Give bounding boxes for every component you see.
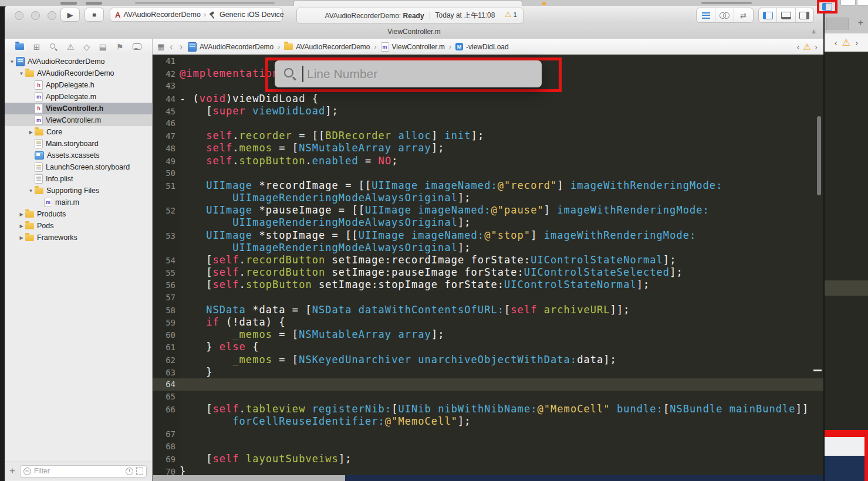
standard-editor-button[interactable]: [697, 8, 715, 22]
sidebar-item-info-plist[interactable]: Info.plist: [5, 173, 152, 185]
open-quickly-panel[interactable]: Line Number: [275, 60, 542, 87]
issue-navigator-icon[interactable]: ⚠: [67, 43, 75, 51]
breadcrumb-item[interactable]: AVAudioRecorderDemo: [188, 42, 273, 52]
line-number-input[interactable]: Line Number: [307, 60, 377, 87]
code-line[interactable]: 53 UIImage *stopImage = [[UIImage imageN…: [153, 229, 823, 242]
code-line[interactable]: 67: [153, 428, 823, 441]
sidebar-item-launchscreen-storyboard[interactable]: LaunchScreen.storyboard: [5, 161, 152, 173]
add-tab-button[interactable]: +: [811, 25, 816, 38]
breakpoint-navigator-icon[interactable]: ⚑: [116, 43, 124, 51]
code-line[interactable]: 49 self.stopButton.enabled = NO;: [153, 155, 823, 167]
code-line[interactable]: 55 [self.recordButton setImage:pauseImag…: [153, 266, 823, 279]
assistant-editor-button[interactable]: [715, 8, 734, 22]
code-line[interactable]: 47 self.recorder = [[BDRecorder alloc] i…: [153, 130, 823, 142]
next-issue-button[interactable]: ›: [815, 42, 818, 52]
breadcrumb-item[interactable]: M-viewDidLoad: [455, 43, 509, 51]
find-navigator-icon[interactable]: [49, 43, 58, 51]
code-text: [self.recordButton setImage:recordImage …: [180, 254, 676, 266]
recent-files-icon[interactable]: [126, 468, 133, 475]
minimize-window-button[interactable]: [31, 11, 40, 20]
code-editor[interactable]: 4142@implementation ViewController4344- …: [153, 55, 823, 481]
editor-vertical-scrollbar[interactable]: [817, 116, 821, 195]
breadcrumb-item[interactable]: mViewController.m: [381, 42, 445, 52]
code-line-current[interactable]: 64: [153, 378, 823, 391]
disclosure-triangle-icon[interactable]: ▶: [27, 130, 35, 135]
sidebar-item-main-storyboard[interactable]: Main.storyboard: [5, 138, 152, 150]
disclosure-triangle-icon[interactable]: ▶: [18, 212, 25, 217]
sidebar-item-supporting-files[interactable]: ▼Supporting Files: [5, 185, 152, 197]
code-line[interactable]: 62 _memos = [NSKeyedUnarchiver unarchive…: [153, 354, 823, 366]
sidebar-item-pods[interactable]: ▶Pods: [5, 220, 152, 232]
code-line[interactable]: 63 }: [153, 366, 823, 378]
sidebar-item-appdelegate-h[interactable]: hAppDelegate.h: [5, 79, 152, 91]
back-button[interactable]: ‹: [168, 42, 174, 52]
code-line[interactable]: 52 UIImage *pauseImage = [[UIImage image…: [153, 204, 823, 216]
code-line[interactable]: 44- (void)viewDidLoad {: [153, 93, 823, 105]
code-line[interactable]: UIImageRenderingModeAlwaysOriginal];: [153, 192, 823, 204]
disclosure-triangle-icon[interactable]: ▼: [27, 188, 35, 194]
forward-button[interactable]: ›: [178, 42, 184, 52]
sidebar-item-label: AppDelegate.m: [46, 93, 96, 101]
code-line[interactable]: 69 [self layoutSubveiws];: [153, 453, 823, 465]
zoom-window-button[interactable]: [48, 11, 56, 20]
code-line[interactable]: UIImageRenderingModeAlwaysOriginal];: [153, 242, 823, 254]
stop-button[interactable]: ■: [85, 8, 104, 22]
filter-field[interactable]: Filter: [20, 465, 147, 477]
code-line[interactable]: 65: [153, 391, 823, 403]
sidebar-item-core[interactable]: ▶Core: [5, 126, 152, 138]
scheme-selector[interactable]: A AVAudioRecorderDemo › Generic iOS Devi…: [110, 8, 283, 22]
sidebar-item-viewcontroller-m[interactable]: mViewController.m: [5, 114, 152, 126]
sidebar-item-viewcontroller-h[interactable]: hViewController.h: [5, 103, 152, 114]
code-line[interactable]: 50: [153, 167, 823, 179]
project-navigator-icon[interactable]: [15, 43, 24, 50]
code-line[interactable]: 46: [153, 117, 823, 130]
code-line[interactable]: UIImageRenderingModeAlwaysOriginal];: [153, 216, 823, 229]
code-line[interactable]: 51 UIImage *recordImage = [[UIImage imag…: [153, 179, 823, 192]
disclosure-triangle-icon[interactable]: ▼: [18, 71, 25, 76]
utilities-panel-button[interactable]: [795, 8, 813, 22]
debug-area-button[interactable]: [776, 8, 795, 22]
version-editor-button[interactable]: ⇄: [734, 8, 752, 22]
code-line[interactable]: 60 _memos = [NSMutableArray array];: [153, 328, 823, 341]
code-line[interactable]: 57: [153, 292, 823, 304]
scm-status-icon[interactable]: [136, 468, 143, 475]
code-line[interactable]: 68: [153, 441, 823, 453]
sidebar-item-appdelegate-m[interactable]: mAppDelegate.m: [5, 91, 152, 103]
sidebar-item-avaudiorecorderdemo[interactable]: ▼AVAudioRecorderDemo: [5, 67, 152, 79]
code-line[interactable]: forCellReuseIdentifier:@"MemoCell"];: [153, 415, 823, 428]
warning-badge[interactable]: ⚠ 1: [505, 11, 517, 18]
disclosure-triangle-icon[interactable]: ▶: [18, 223, 25, 229]
code-line[interactable]: 61 } else {: [153, 341, 823, 353]
editor-horizontal-scrollbar[interactable]: [153, 475, 345, 481]
disclosure-triangle-icon[interactable]: ▶: [18, 235, 25, 240]
breadcrumb-item[interactable]: AVAudioRecorderDemo: [284, 43, 370, 51]
code-line[interactable]: 54 [self.recordButton setImage:recordIma…: [153, 254, 823, 266]
disclosure-triangle-icon[interactable]: ▼: [8, 59, 16, 65]
sidebar-item-assets-xcassets[interactable]: Assets.xcassets: [5, 150, 152, 161]
code-line[interactable]: 66 [self.tableview registerNib:[UINib ni…: [153, 403, 823, 415]
sidebar-item-products[interactable]: ▶Products: [5, 208, 152, 220]
tab-viewcontroller-m[interactable]: ViewController.m: [5, 25, 823, 39]
tab-bar[interactable]: ViewController.m +: [5, 25, 823, 39]
sidebar-item-frameworks[interactable]: ▶Frameworks: [5, 232, 152, 243]
code-line[interactable]: 48 self.memos = [NSMutableArray array];: [153, 142, 823, 154]
stop-icon: ■: [92, 11, 96, 18]
symbol-navigator-icon[interactable]: ⊞: [33, 43, 40, 51]
code-line[interactable]: 58 NSData *data = [NSData dataWithConten…: [153, 304, 823, 316]
sidebar-item-main-m[interactable]: mmain.m: [5, 197, 152, 208]
navigator-panel-button[interactable]: [759, 8, 776, 22]
test-navigator-icon[interactable]: ◇: [83, 43, 90, 51]
previous-issue-button[interactable]: ‹: [797, 42, 800, 52]
filter-placeholder: Filter: [34, 467, 123, 475]
add-button[interactable]: +: [5, 465, 20, 477]
related-items-icon[interactable]: ▦: [157, 42, 164, 51]
sidebar-item-avaudiorecorderdemo[interactable]: ▼AVAudioRecorderDemo: [5, 56, 152, 67]
close-window-button[interactable]: [15, 11, 23, 20]
code-line[interactable]: 45 [super viewDidLoad];: [153, 105, 823, 117]
code-text: _memos = [NSMutableArray array];: [180, 328, 444, 341]
run-button[interactable]: ▶: [60, 8, 80, 22]
report-navigator-icon[interactable]: [133, 43, 141, 50]
code-line[interactable]: 56 [self.stopButton setImage:stopImage f…: [153, 279, 823, 291]
code-line[interactable]: 59 if (!data) {: [153, 316, 823, 328]
debug-navigator-icon[interactable]: ▤: [99, 43, 107, 51]
